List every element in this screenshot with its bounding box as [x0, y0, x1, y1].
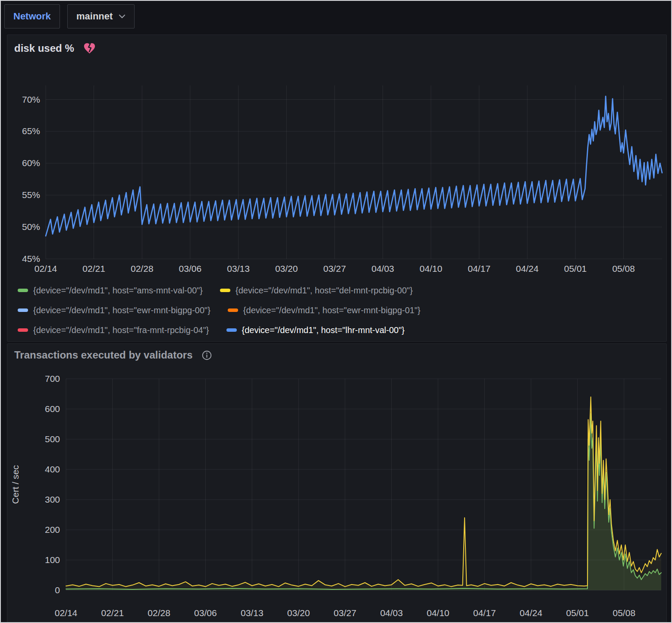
x-tick-label: 02/14	[35, 264, 57, 274]
legend-label: {device="/dev/md1", host="ams-mnt-val-00…	[33, 286, 203, 296]
network-variable-label-text: Network	[13, 11, 51, 22]
y-tick-label: 0	[55, 585, 60, 595]
x-tick-label: 04/03	[371, 264, 394, 274]
series-fill	[66, 414, 661, 591]
x-tick-label: 02/21	[101, 608, 124, 618]
x-tick-label: 03/27	[323, 264, 346, 274]
legend-item[interactable]: {device="/dev/md1", host="lhr-mnt-val-00…	[226, 324, 405, 336]
y-tick-label: 500	[45, 434, 60, 444]
legend-swatch-icon	[228, 308, 238, 312]
x-tick-label: 04/03	[380, 608, 403, 618]
legend-row: {device="/dev/md1", host="ams-mnt-val-00…	[18, 284, 662, 296]
legend-row: {device="/dev/md1", host="fra-mnt-rpcbig…	[18, 324, 662, 336]
panel-title: Transactions executed by validators	[14, 349, 193, 361]
panel-disk-used: disk used % 45%50%55%60%65%70%02/1402/21…	[7, 35, 667, 342]
info-circle-icon[interactable]	[201, 350, 212, 361]
x-tick-label: 03/20	[287, 608, 310, 618]
panel-disk-used-header[interactable]: disk used %	[14, 42, 96, 54]
legend-label: {device="/dev/md1", host="del-mnt-rpcbig…	[236, 286, 413, 296]
x-tick-label: 05/08	[612, 264, 635, 274]
broken-heart-icon	[83, 42, 96, 54]
x-tick-label: 04/17	[468, 264, 491, 274]
y-tick-label: 50%	[22, 222, 40, 232]
series-line	[66, 397, 661, 587]
x-tick-label: 03/20	[275, 264, 298, 274]
y-tick-label: 55%	[22, 190, 40, 200]
network-variable-value: mainnet	[76, 11, 113, 22]
x-tick-label: 04/17	[473, 608, 496, 618]
series-line	[46, 96, 662, 236]
disk-used-chart[interactable]: 45%50%55%60%65%70%02/1402/2102/2803/0603…	[7, 75, 667, 282]
grafana-dashboard: Network mainnet disk used % 45%50%55%60%…	[0, 0, 672, 623]
y-tick-label: 70%	[22, 94, 40, 104]
x-tick-label: 04/10	[427, 608, 449, 618]
legend-swatch-icon	[226, 328, 237, 332]
disk-used-legend: {device="/dev/md1", host="ams-mnt-val-00…	[18, 284, 662, 336]
legend-swatch-icon	[18, 289, 28, 292]
x-tick-label: 02/28	[131, 264, 154, 274]
legend-label: {device="/dev/md1", host="lhr-mnt-val-00…	[242, 325, 405, 335]
x-tick-label: 04/10	[420, 264, 443, 274]
y-tick-label: 65%	[22, 126, 40, 136]
y-tick-label: 200	[45, 525, 60, 535]
y-tick-label: 300	[45, 494, 60, 504]
legend-swatch-icon	[18, 328, 28, 332]
legend-label: {device="/dev/md1", host="fra-mnt-rpcbig…	[33, 325, 209, 335]
x-tick-label: 02/28	[148, 608, 170, 618]
legend-item[interactable]: {device="/dev/md1", host="ewr-mnt-bigpg-…	[228, 304, 421, 316]
series-line	[66, 414, 661, 589]
network-variable-label: Network	[4, 4, 60, 28]
network-variable-dropdown[interactable]: mainnet	[67, 4, 135, 28]
y-tick-label: 100	[45, 555, 60, 565]
panel-transactions-header[interactable]: Transactions executed by validators	[14, 349, 212, 361]
legend-row: {device="/dev/md1", host="ewr-mnt-bigpg-…	[18, 304, 662, 316]
variables-bar: Network mainnet	[1, 1, 671, 33]
y-tick-label: 700	[45, 374, 60, 384]
legend-item[interactable]: {device="/dev/md1", host="fra-mnt-rpcbig…	[18, 324, 209, 336]
y-tick-label: 600	[45, 404, 60, 414]
y-tick-label: 400	[45, 464, 60, 474]
x-tick-label: 05/01	[564, 264, 587, 274]
x-tick-label: 05/08	[613, 608, 636, 618]
panel-transactions: Transactions executed by validators 0100…	[7, 343, 667, 623]
x-tick-label: 03/13	[227, 264, 250, 274]
x-tick-label: 02/14	[55, 608, 78, 618]
transactions-chart[interactable]: 010020030040050060070002/1402/2102/2803/…	[7, 372, 667, 623]
legend-label: {device="/dev/md1", host="ewr-mnt-bigpg-…	[243, 305, 421, 315]
x-tick-label: 05/01	[566, 608, 589, 618]
legend-swatch-icon	[18, 308, 28, 312]
x-tick-label: 04/24	[520, 608, 543, 618]
x-tick-label: 03/27	[334, 608, 357, 618]
chevron-down-icon	[119, 14, 126, 19]
legend-label: {device="/dev/md1", host="ewr-mnt-bigpg-…	[33, 305, 210, 315]
series-fill	[66, 397, 661, 590]
legend-swatch-icon	[220, 289, 230, 292]
panel-title: disk used %	[14, 42, 74, 54]
x-tick-label: 02/21	[82, 264, 105, 274]
legend-item[interactable]: {device="/dev/md1", host="del-mnt-rpcbig…	[220, 284, 413, 296]
y-tick-label: 60%	[22, 158, 40, 168]
legend-item[interactable]: {device="/dev/md1", host="ewr-mnt-bigpg-…	[18, 304, 210, 316]
x-tick-label: 03/06	[194, 608, 217, 618]
x-tick-label: 03/06	[179, 264, 202, 274]
x-tick-label: 03/13	[241, 608, 264, 618]
legend-item[interactable]: {device="/dev/md1", host="ams-mnt-val-00…	[18, 284, 203, 296]
y-tick-label: 45%	[22, 254, 40, 264]
y-axis-label: Cert / sec	[10, 465, 20, 504]
x-tick-label: 04/24	[516, 264, 539, 274]
